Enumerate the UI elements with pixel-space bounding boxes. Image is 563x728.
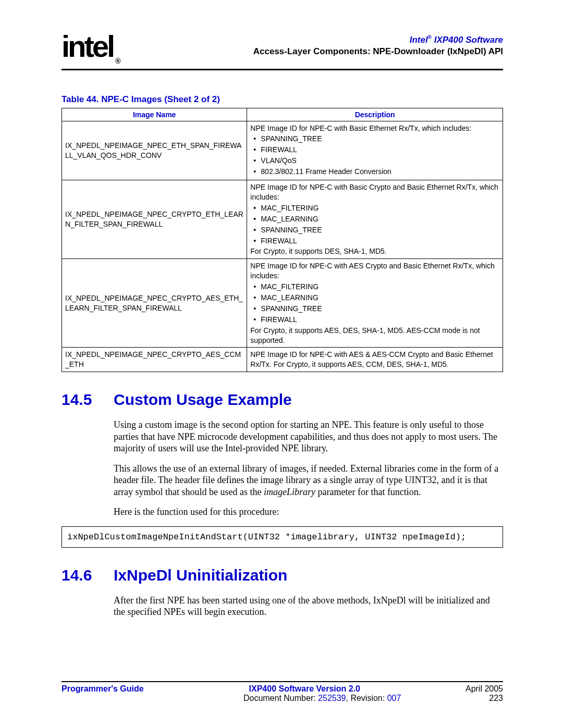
list-item: SPANNING_TREE [250, 134, 499, 144]
table-row: IX_NPEDL_NPEIMAGE_NPEC_ETH_SPAN_FIREWALL… [62, 121, 503, 180]
registered-icon: ® [428, 34, 432, 40]
list-item: FIREWALL [250, 145, 499, 155]
intel-logo: intel® [62, 31, 121, 65]
section-number: 14.6 [62, 566, 114, 584]
footer-rule [62, 681, 503, 682]
page-header: intel® Intel® IXP400 Software Access-Lay… [62, 31, 503, 65]
registered-icon: ® [115, 57, 120, 65]
description-cell: NPE Image ID for NPE-C with Basic Crypto… [247, 180, 503, 259]
footer-date: April 2005 [466, 684, 503, 694]
description-cell: NPE Image ID for NPE-C with Basic Ethern… [247, 121, 503, 180]
section-title: Custom Usage Example [114, 391, 292, 408]
chapter-title: Access-Layer Components: NPE-Downloader … [253, 46, 503, 57]
section-heading-14-6: 14.6IxNpeDl Uninitialization [62, 566, 503, 584]
logo-text: intel [62, 29, 113, 63]
image-name-cell: IX_NPEDL_NPEIMAGE_NPEC_CRYPTO_AES_CCM_ET… [62, 348, 247, 372]
npe-images-table: Image Name Description IX_NPEDL_NPEIMAGE… [62, 108, 503, 373]
section-number: 14.5 [62, 391, 114, 409]
section-heading-14-5: 14.5Custom Usage Example [62, 391, 503, 409]
list-item: FIREWALL [250, 236, 499, 246]
product-title: Intel® IXP400 Software [253, 34, 503, 45]
paragraph: This allows the use of an external libra… [114, 463, 503, 498]
list-item: MAC_LEARNING [250, 293, 499, 303]
footer-guide-label: Programmer's Guide [62, 684, 144, 694]
footer-page-number: 223 [489, 694, 503, 703]
list-item: VLAN/QoS [250, 156, 499, 166]
col-description: Description [247, 108, 503, 121]
col-image-name: Image Name [62, 108, 247, 121]
list-item: MAC_FILTERING [250, 203, 499, 213]
paragraph: After the first NPE has been started usi… [114, 595, 503, 618]
footer-version: IXP400 Software Version 2.0 [249, 684, 360, 693]
table-row: IX_NPEDL_NPEIMAGE_NPEC_CRYPTO_ETH_LEARN_… [62, 180, 503, 259]
code-snippet: ixNpeDlCustomImageNpeInitAndStart(UINT32… [62, 526, 503, 548]
header-right: Intel® IXP400 Software Access-Layer Comp… [253, 31, 503, 57]
description-cell: NPE Image ID for NPE-C with AES & AES-CC… [247, 348, 503, 372]
list-item: SPANNING_TREE [250, 304, 499, 314]
paragraph: Using a custom image is the second optio… [114, 419, 503, 454]
footer-docnum: Document Number: 252539, Revision: 007 [155, 694, 489, 703]
table-row: IX_NPEDL_NPEIMAGE_NPEC_CRYPTO_AES_CCM_ET… [62, 348, 503, 372]
section-title: IxNpeDl Uninitialization [114, 566, 287, 584]
paragraph: Here is the function used for this proce… [114, 506, 503, 518]
list-item: FIREWALL [250, 315, 499, 325]
description-cell: NPE Image ID for NPE-C with AES Crypto a… [247, 259, 503, 348]
table-header-row: Image Name Description [62, 108, 503, 121]
header-rule [62, 69, 503, 70]
list-item: MAC_FILTERING [250, 282, 499, 292]
table-caption: Table 44. NPE-C Images (Sheet 2 of 2) [62, 94, 503, 105]
page-footer: Programmer's Guide IXP400 Software Versi… [62, 681, 503, 703]
image-name-cell: IX_NPEDL_NPEIMAGE_NPEC_ETH_SPAN_FIREWALL… [62, 121, 247, 180]
list-item: SPANNING_TREE [250, 225, 499, 235]
table-row: IX_NPEDL_NPEIMAGE_NPEC_CRYPTO_AES_ETH_LE… [62, 259, 503, 348]
list-item: 802.3/802.11 Frame Header Conversion [250, 167, 499, 177]
image-name-cell: IX_NPEDL_NPEIMAGE_NPEC_CRYPTO_AES_ETH_LE… [62, 259, 247, 348]
list-item: MAC_LEARNING [250, 214, 499, 224]
image-name-cell: IX_NPEDL_NPEIMAGE_NPEC_CRYPTO_ETH_LEARN_… [62, 180, 247, 259]
